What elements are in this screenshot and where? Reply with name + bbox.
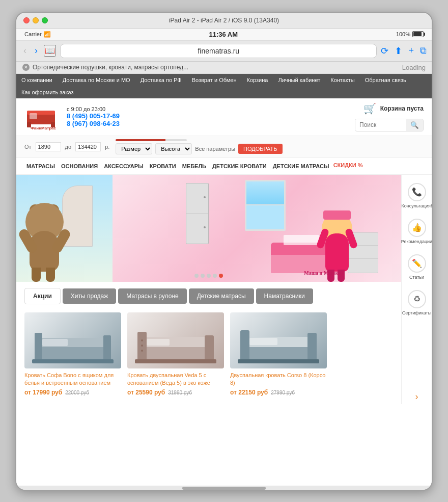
close-button[interactable] [23,17,30,23]
dot-1[interactable] [194,274,199,278]
product-price-3: от 22150 руб 27990 руб [230,389,327,396]
sidebar-articles[interactable]: ✏️ Статьи [404,250,430,284]
nav-feedback[interactable]: Обратная связь [360,74,411,86]
from-label: От [24,144,32,150]
tab-item[interactable]: ✕ Ортопедические подушки, кровати, матра… [22,64,188,71]
svg-rect-9 [35,333,42,361]
price-to-input[interactable] [75,142,101,151]
product-image-2[interactable] [127,312,224,368]
reload-button[interactable]: ⟳ [381,45,388,57]
product-image-1[interactable] [24,312,121,368]
price-from-input[interactable] [36,142,61,151]
search-button[interactable]: 🔍 [406,119,423,131]
new-tab-button[interactable]: + [408,45,414,56]
articles-label: Статьи [409,275,424,280]
dot-4[interactable] [213,274,217,278]
cat-kids-beds[interactable]: ДЕТСКИЕ КРОВАТИ [210,162,269,170]
battery-label: 100% [396,31,410,37]
thumbsup-icon: 👍 [408,219,426,237]
phone-1[interactable]: 8 (495) 005-17-69 [67,112,120,120]
svg-rect-26 [249,338,277,345]
bed-image-1 [32,318,114,363]
nav-return[interactable]: Возврат и Обмен [187,74,242,86]
back-button[interactable]: ‹ [21,45,29,56]
product-image-3[interactable] [230,312,327,368]
nav-contacts[interactable]: Контакты [325,74,360,86]
scroll-thumb[interactable] [182,487,265,490]
cat-furniture[interactable]: МЕБЕЛЬ [180,162,208,170]
product-tabs-section: Акции Хиты продаж Матрасы в рулоне Детск… [16,282,401,304]
search-input[interactable] [355,119,406,130]
tabs-button[interactable]: ⧉ [420,45,427,56]
horizontal-scrollbar[interactable] [16,486,432,490]
svg-rect-20 [147,339,170,346]
loading-bar: ✕ Ортопедические подушки, кровати, матра… [16,62,432,74]
dot-5[interactable] [219,274,223,278]
product-name-3[interactable]: Двуспальная кровать Corso 8 (Корсо 8) [230,372,327,387]
sidebar-recommendations[interactable]: 👍 Рекомендации [404,215,430,248]
nav-about[interactable]: О компании [16,74,58,86]
tab-kids-mattresses[interactable]: Детские матрасы [189,288,254,304]
search-bar: 🔍 [355,119,424,131]
cat-beds[interactable]: КРОВАТИ [148,162,178,170]
website-content[interactable]: О компании Доставка по Москве и МО Доста… [16,74,432,486]
dot-3[interactable] [207,274,211,278]
status-time: 11:36 AM [209,31,238,38]
svg-point-18 [141,345,143,347]
cat-sales[interactable]: СКИДКИ % [333,162,363,170]
height-select[interactable]: Высота [155,143,192,154]
header-right: 🛒 Корзина пуста 🔍 [126,102,424,131]
all-params-link[interactable]: Все параметры [195,146,235,152]
hero-slider[interactable]: Маша и Медведь [16,175,401,282]
cart-text: Корзина пуста [380,105,424,112]
maximize-button[interactable] [42,17,48,23]
sidebar-arrow[interactable]: › [413,389,421,404]
search-filter-button[interactable]: ПОДОБРАТЬ [238,144,282,154]
sidebar-consultation[interactable]: 📞 Консультация! [404,179,430,213]
bookmarks-button[interactable]: 📖 [44,45,56,57]
svg-rect-16 [205,335,214,361]
share-button[interactable]: ⬆ [395,45,402,57]
cat-bases[interactable]: ОСНОВАНИЯ [59,162,100,170]
address-bar[interactable]: finematras.ru [60,44,377,58]
cat-accessories[interactable]: АКСЕССУАРЫ [102,162,146,170]
phone-2[interactable]: 8 (967) 098-64-23 [67,120,120,127]
tab-hits[interactable]: Хиты продаж [63,288,116,304]
product-tabs: Акции Хиты продаж Матрасы в рулоне Детск… [24,288,393,304]
cat-mattresses[interactable]: МАТРАСЫ [24,162,57,170]
price-filter: От до р. Размер Высота Все параметры ПОД… [16,136,432,158]
nav-account[interactable]: Личный кабинет [273,74,325,86]
carrier-label: Carrier [24,31,42,37]
product-name-2[interactable]: Кровать двуспальная Veda 5 с основанием … [127,372,224,387]
cart-area[interactable]: 🛒 Корзина пуста [363,102,424,115]
price-old-3: 27990 руб [271,390,295,395]
loading-text: Loading [402,64,426,71]
tab-close-button[interactable]: ✕ [22,64,30,71]
nav-delivery-rf[interactable]: Доставка по РФ [135,74,187,86]
slider-brand-text: Маша и Медведь [304,270,343,276]
product-card: Кровать Софа Bono с ящиком для белья и в… [24,312,121,397]
status-left: Carrier 📶 [24,31,51,38]
forward-button[interactable]: › [33,45,40,56]
product-name-1[interactable]: Кровать Софа Bono с ящиком для белья и в… [24,372,121,387]
tab-title: Ортопедические подушки, кровати, матрасы… [33,64,188,71]
slider-dots [194,274,223,278]
tab-sales[interactable]: Акции [24,288,61,304]
minimize-button[interactable] [33,17,39,23]
price-slider[interactable] [116,139,187,141]
svg-rect-7 [35,346,111,361]
consultation-label: Консультация! [402,203,432,208]
dot-2[interactable] [201,274,205,278]
tab-roll-mattresses[interactable]: Матрасы в рулоне [118,288,186,304]
tab-toppers[interactable]: Наматрасники [256,288,313,304]
price-old-1: 22000 руб [65,390,89,395]
svg-rect-10 [103,335,111,361]
nav-cart[interactable]: Корзина [242,74,273,86]
sidebar-certificates[interactable]: ♻ Сертификаты [404,286,430,320]
logo-area: ФаинМатрас МАТРАСЫ. КРОВАТИ. МЕБЕЛЬ с 9:… [24,103,120,131]
nav-delivery-moscow[interactable]: Доставка по Москве и МО [58,74,135,86]
nav-how-order[interactable]: Как оформить заказ [16,86,79,98]
cat-kids-mattresses[interactable]: ДЕТСКИЕ МАТРАСЫ [271,162,331,170]
size-select[interactable]: Размер [116,143,152,154]
site-logo[interactable]: ФаинМатрас МАТРАСЫ. КРОВАТИ. МЕБЕЛЬ [24,103,63,131]
